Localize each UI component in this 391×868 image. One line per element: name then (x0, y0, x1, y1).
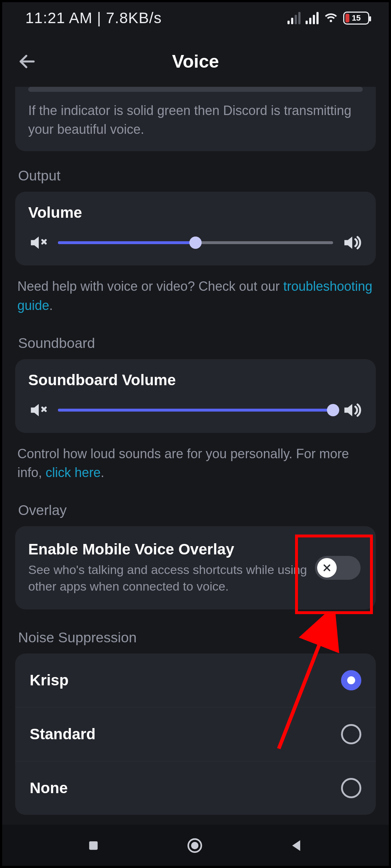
speaker-mute-icon (28, 232, 49, 253)
output-volume-slider[interactable] (58, 241, 333, 244)
noise-option-label: Standard (30, 726, 96, 743)
overlay-card[interactable]: Enable Mobile Voice Overlay See who's ta… (15, 526, 376, 609)
noise-options-card: KrispStandardNone (15, 654, 376, 815)
soundboard-section-label: Soundboard (18, 335, 376, 351)
signal-1-icon (287, 12, 300, 24)
status-icons: 15 (287, 10, 369, 26)
nav-recent-icon[interactable] (86, 838, 101, 854)
overlay-toggle[interactable] (315, 556, 361, 580)
battery-icon: 15 (343, 12, 369, 25)
output-help-text: Need help with voice or video? Check out… (15, 265, 376, 315)
sensitivity-hint: If the indicator is solid green then Dis… (28, 101, 363, 139)
speaker-loud-icon (342, 400, 363, 421)
soundboard-volume-card: Soundboard Volume (15, 359, 376, 433)
content-scroll[interactable]: If the indicator is solid green then Dis… (0, 87, 391, 825)
status-bar: 11:21 AM | 7.8KB/s 15 (0, 0, 391, 36)
back-button[interactable] (14, 49, 40, 74)
noise-option-label: Krisp (30, 672, 68, 689)
radio-icon[interactable] (341, 724, 361, 744)
noise-option-none[interactable]: None (15, 761, 376, 815)
output-help-prefix: Need help with voice or video? Check out… (17, 279, 283, 294)
sensitivity-indicator (28, 87, 363, 92)
svg-point-4 (192, 843, 198, 848)
nav-home-icon[interactable] (186, 837, 203, 856)
output-volume-label: Volume (28, 204, 363, 221)
overlay-title: Enable Mobile Voice Overlay (28, 541, 308, 558)
status-time: 11:21 AM | 7.8KB/s (25, 9, 162, 27)
radio-icon[interactable] (341, 778, 361, 798)
speaker-mute-icon (28, 400, 49, 421)
noise-option-standard[interactable]: Standard (15, 707, 376, 761)
speaker-loud-icon (342, 232, 363, 253)
soundboard-help-text: Control how loud sounds are for you pers… (15, 433, 376, 482)
sensitivity-card: If the indicator is solid green then Dis… (15, 87, 376, 151)
page-title: Voice (0, 51, 391, 72)
app-header: Voice (0, 36, 391, 87)
output-section-label: Output (18, 168, 376, 184)
wifi-icon (324, 10, 338, 26)
overlay-section-label: Overlay (18, 502, 376, 518)
noise-option-label: None (30, 779, 68, 797)
soundboard-help-suffix: . (101, 465, 104, 480)
radio-icon[interactable] (341, 670, 361, 690)
signal-2-icon (306, 12, 319, 24)
soundboard-info-link[interactable]: click here (46, 465, 101, 480)
overlay-desc: See who's talking and access shortcuts w… (28, 562, 308, 595)
output-volume-card: Volume (15, 192, 376, 265)
noise-option-krisp[interactable]: Krisp (15, 654, 376, 707)
nav-back-icon[interactable] (289, 838, 305, 855)
svg-rect-2 (89, 841, 97, 850)
noise-section-label: Noise Suppression (18, 630, 376, 646)
soundboard-volume-slider[interactable] (58, 409, 333, 412)
battery-pct: 15 (344, 13, 368, 24)
system-nav-bar (0, 825, 391, 868)
close-icon (317, 558, 337, 578)
soundboard-volume-label: Soundboard Volume (28, 371, 363, 389)
output-help-suffix: . (49, 298, 53, 313)
